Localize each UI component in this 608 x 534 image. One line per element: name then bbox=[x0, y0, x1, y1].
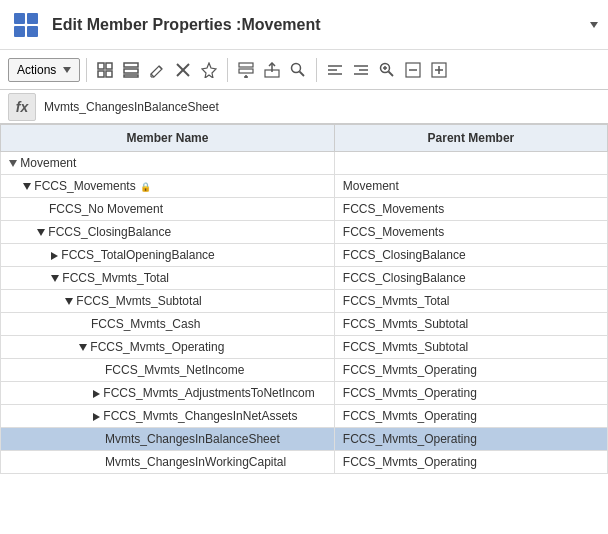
member-name-cell: FCCS_Mvmts_ChangesInNetAssets bbox=[1, 405, 335, 428]
member-name: Movement bbox=[20, 156, 76, 170]
toolbar-separator-3 bbox=[316, 58, 317, 82]
table-row[interactable]: Movement bbox=[1, 152, 608, 175]
table-row[interactable]: FCCS_Mvmts_NetIncomeFCCS_Mvmts_Operating bbox=[1, 359, 608, 382]
member-name: Mvmts_ChangesInBalanceSheet bbox=[105, 432, 280, 446]
collapse-tree-icon[interactable] bbox=[79, 344, 87, 351]
member-name-cell: FCCS_Mvmts_Cash bbox=[1, 313, 335, 336]
svg-rect-17 bbox=[239, 69, 253, 73]
delete-button[interactable] bbox=[171, 58, 195, 82]
table-header-row: Member Name Parent Member bbox=[1, 125, 608, 152]
svg-rect-6 bbox=[98, 71, 104, 77]
collapse-tree-icon[interactable] bbox=[37, 229, 45, 236]
expand-tree-icon[interactable] bbox=[93, 413, 100, 421]
table-row[interactable]: FCCS_TotalOpeningBalanceFCCS_ClosingBala… bbox=[1, 244, 608, 267]
edit-button[interactable] bbox=[145, 58, 169, 82]
member-name-cell: FCCS_TotalOpeningBalance bbox=[1, 244, 335, 267]
member-table-container: Member Name Parent Member Movement FCCS_… bbox=[0, 124, 608, 534]
table-view-button[interactable] bbox=[119, 58, 143, 82]
collapse-all-button[interactable] bbox=[401, 58, 425, 82]
svg-rect-8 bbox=[124, 63, 138, 67]
grid-view-button[interactable] bbox=[93, 58, 117, 82]
pin-button[interactable] bbox=[197, 58, 221, 82]
table-row[interactable]: FCCS_Movements🔒Movement bbox=[1, 175, 608, 198]
member-name: FCCS_Mvmts_ChangesInNetAssets bbox=[103, 409, 297, 423]
parent-member-cell: FCCS_ClosingBalance bbox=[334, 267, 607, 290]
expand-tree-icon[interactable] bbox=[51, 252, 58, 260]
expand-all-button[interactable] bbox=[427, 58, 451, 82]
member-name-cell: FCCS_Mvmts_Operating bbox=[1, 336, 335, 359]
table-row[interactable]: FCCS_Mvmts_CashFCCS_Mvmts_Subtotal bbox=[1, 313, 608, 336]
svg-rect-9 bbox=[124, 69, 138, 73]
export-button[interactable] bbox=[260, 58, 284, 82]
parent-member-cell bbox=[334, 152, 607, 175]
member-name-cell: Mvmts_ChangesInWorkingCapital bbox=[1, 451, 335, 474]
expand-tree-icon[interactable] bbox=[93, 390, 100, 398]
svg-line-31 bbox=[389, 71, 394, 76]
svg-rect-0 bbox=[14, 13, 25, 24]
parent-member-cell: Movement bbox=[334, 175, 607, 198]
member-name-cell: FCCS_Mvmts_Subtotal bbox=[1, 290, 335, 313]
formula-icon: fx bbox=[8, 93, 36, 121]
table-row[interactable]: FCCS_Mvmts_ChangesInNetAssetsFCCS_Mvmts_… bbox=[1, 405, 608, 428]
member-name: FCCS_ClosingBalance bbox=[48, 225, 171, 239]
member-name-cell: FCCS_Movements🔒 bbox=[1, 175, 335, 198]
member-name: FCCS_Movements bbox=[34, 179, 135, 193]
title-dropdown[interactable] bbox=[587, 22, 598, 28]
lock-icon: 🔒 bbox=[140, 182, 151, 192]
table-row[interactable]: Mvmts_ChangesInBalanceSheetFCCS_Mvmts_Op… bbox=[1, 428, 608, 451]
collapse-tree-icon[interactable] bbox=[65, 298, 73, 305]
table-row[interactable]: FCCS_Mvmts_TotalFCCS_ClosingBalance bbox=[1, 267, 608, 290]
parent-member-cell: FCCS_Movements bbox=[334, 221, 607, 244]
table-row[interactable]: FCCS_Mvmts_OperatingFCCS_Mvmts_Subtotal bbox=[1, 336, 608, 359]
collapse-tree-icon[interactable] bbox=[51, 275, 59, 282]
member-name: FCCS_TotalOpeningBalance bbox=[61, 248, 214, 262]
member-name: FCCS_Mvmts_NetIncome bbox=[105, 363, 244, 377]
table-row[interactable]: FCCS_No MovementFCCS_Movements bbox=[1, 198, 608, 221]
table-row[interactable]: FCCS_Mvmts_SubtotalFCCS_Mvmts_Total bbox=[1, 290, 608, 313]
svg-rect-7 bbox=[106, 71, 112, 77]
insert-row-button[interactable] bbox=[234, 58, 258, 82]
member-name: Mvmts_ChangesInWorkingCapital bbox=[105, 455, 286, 469]
toolbar: Actions bbox=[0, 50, 608, 90]
svg-rect-2 bbox=[14, 26, 25, 37]
svg-line-23 bbox=[300, 71, 305, 76]
table-row[interactable]: Mvmts_ChangesInWorkingCapitalFCCS_Mvmts_… bbox=[1, 451, 608, 474]
svg-rect-5 bbox=[106, 63, 112, 69]
actions-button[interactable]: Actions bbox=[8, 58, 80, 82]
search-button[interactable] bbox=[286, 58, 310, 82]
member-name-header: Member Name bbox=[1, 125, 335, 152]
svg-point-22 bbox=[292, 63, 301, 72]
member-name-cell: FCCS_Mvmts_NetIncome bbox=[1, 359, 335, 382]
zoom-button[interactable] bbox=[375, 58, 399, 82]
parent-member-cell: FCCS_Movements bbox=[334, 198, 607, 221]
align-right-button[interactable] bbox=[349, 58, 373, 82]
formula-value: Mvmts_ChangesInBalanceSheet bbox=[44, 100, 219, 114]
actions-chevron bbox=[63, 67, 71, 73]
app-icon bbox=[10, 9, 42, 41]
svg-line-11 bbox=[159, 66, 162, 69]
parent-member-cell: FCCS_Mvmts_Operating bbox=[334, 451, 607, 474]
align-left-button[interactable] bbox=[323, 58, 347, 82]
member-name-cell: FCCS_Mvmts_Total bbox=[1, 267, 335, 290]
svg-rect-10 bbox=[124, 75, 138, 77]
svg-rect-3 bbox=[27, 26, 38, 37]
actions-label: Actions bbox=[17, 63, 56, 77]
collapse-tree-icon[interactable] bbox=[9, 160, 17, 167]
member-name-cell: Mvmts_ChangesInBalanceSheet bbox=[1, 428, 335, 451]
parent-member-cell: FCCS_Mvmts_Operating bbox=[334, 405, 607, 428]
member-name: FCCS_Mvmts_AdjustmentsToNetIncom bbox=[103, 386, 314, 400]
parent-member-cell: FCCS_Mvmts_Operating bbox=[334, 359, 607, 382]
table-row[interactable]: FCCS_Mvmts_AdjustmentsToNetIncomFCCS_Mvm… bbox=[1, 382, 608, 405]
header: Edit Member Properties :Movement bbox=[0, 0, 608, 50]
table-row[interactable]: FCCS_ClosingBalanceFCCS_Movements bbox=[1, 221, 608, 244]
member-name-cell: Movement bbox=[1, 152, 335, 175]
member-name: FCCS_Mvmts_Total bbox=[62, 271, 169, 285]
parent-member-cell: FCCS_Mvmts_Subtotal bbox=[334, 313, 607, 336]
parent-member-cell: FCCS_ClosingBalance bbox=[334, 244, 607, 267]
parent-member-cell: FCCS_Mvmts_Operating bbox=[334, 382, 607, 405]
member-name: FCCS_Mvmts_Cash bbox=[91, 317, 200, 331]
collapse-tree-icon[interactable] bbox=[23, 183, 31, 190]
parent-member-cell: FCCS_Mvmts_Subtotal bbox=[334, 336, 607, 359]
parent-member-header: Parent Member bbox=[334, 125, 607, 152]
member-name-cell: FCCS_ClosingBalance bbox=[1, 221, 335, 244]
